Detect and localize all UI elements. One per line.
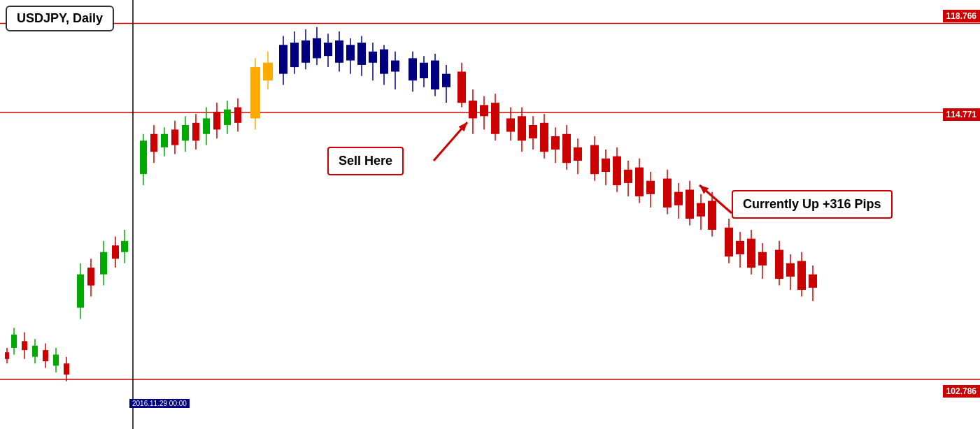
currently-up-annotation: Currently Up +316 Pips: [732, 190, 893, 219]
price-mid-label: 114.771: [943, 108, 980, 121]
sell-here-annotation: Sell Here: [327, 147, 404, 175]
price-low-label: 102.786: [943, 385, 980, 398]
date-label: 2016.11.29 00:00: [129, 399, 190, 408]
price-high-label: 118.766: [943, 10, 980, 22]
chart-title: USDJPY, Daily: [6, 6, 114, 31]
chart-container: USDJPY, Daily Sell Here Currently Up +31…: [0, 0, 980, 429]
